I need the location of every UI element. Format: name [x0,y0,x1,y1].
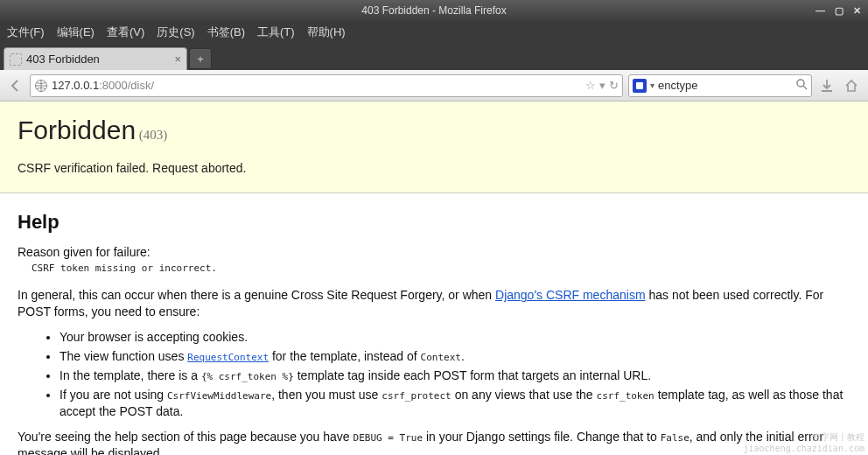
bullet-text: . [461,349,465,363]
bullet-text: The view function uses [60,349,187,363]
csrf-docs-link[interactable]: Django's CSRF mechanism [495,288,646,302]
list-item: The view function uses RequestContext fo… [60,348,850,365]
new-tab-button[interactable]: + [189,48,212,69]
close-window-button[interactable]: ✕ [851,5,863,17]
maximize-button[interactable]: ▢ [833,5,844,17]
page-icon [10,53,22,66]
checklist: Your browser is accepting cookies. The v… [60,329,850,419]
bullet-text: Your browser is accepting cookies. [60,330,248,344]
requestcontext-link[interactable]: RequestContext [187,352,269,363]
window-title: 403 Forbidden - Mozilla Firefox [361,4,506,17]
menu-history[interactable]: 历史(S) [157,24,194,40]
back-button[interactable] [7,77,24,94]
list-item: Your browser is accepting cookies. [60,329,850,346]
menu-view[interactable]: 查看(V) [107,24,144,40]
code-csrf-protect: csrf_protect [382,390,451,402]
search-bar[interactable]: ▾ enctype [628,74,812,97]
menu-help[interactable]: 帮助(H) [307,24,346,40]
bullet-text: template tag inside each POST form that … [294,368,651,382]
menu-bookmarks[interactable]: 书签(B) [207,24,245,40]
bullet-text: , then you must use [271,388,382,402]
code-middleware: CsrfViewMiddleware [167,390,271,402]
tab-bar: 403 Forbidden × + [0,44,868,70]
reason-label: Reason given for failure: [18,244,850,261]
bullet-text: for the template, instead of [269,349,421,363]
nav-toolbar: 127.0.0.1:8000/disk/ ☆ ▾ ↻ ▾ enctype [0,70,868,102]
error-code: (403) [139,128,168,142]
menu-edit[interactable]: 编辑(E) [57,24,94,40]
search-engine-icon[interactable] [633,79,647,93]
url-text: 127.0.0.1:8000/disk/ [52,79,582,92]
page-content: Forbidden (403) CSRF verification failed… [0,102,868,455]
code-context: Context [421,352,461,363]
bullet-text: on any views that use the [452,388,597,402]
intro-paragraph: In general, this can occur when there is… [18,287,850,320]
code-csrf-token: csrf_token [597,390,654,402]
url-bar[interactable]: 127.0.0.1:8000/disk/ ☆ ▾ ↻ [30,74,623,97]
search-icon[interactable] [795,78,808,93]
error-summary: Forbidden (403) CSRF verification failed… [0,102,868,193]
bullet-text: In the template, there is a [60,368,201,382]
home-icon[interactable] [842,76,861,95]
svg-point-1 [797,80,804,87]
debug-paragraph: You're seeing the help section of this p… [18,429,850,455]
intro-pre: In general, this can occur when there is… [18,288,495,302]
error-heading: Forbidden [18,116,136,144]
error-subhead: CSRF verification failed. Request aborte… [18,161,850,175]
svg-line-2 [803,86,807,89]
bookmark-star-icon[interactable]: ☆ [585,79,596,92]
code-debug-true: DEBUG = True [354,432,423,444]
url-history-dropdown-icon[interactable]: ▾ [599,79,606,92]
reason-text: CSRF token missing or incorrect. [32,262,850,276]
debug-pre: You're seeing the help section of this p… [18,430,354,444]
url-host: 127.0.0.1 [52,79,99,92]
search-input[interactable]: enctype [658,79,792,92]
bullet-text: If you are not using [60,388,167,402]
help-heading: Help [18,209,850,235]
code-false: False [661,432,690,444]
url-path: :8000/disk/ [99,79,154,92]
browser-tab[interactable]: 403 Forbidden × [4,47,187,70]
globe-icon [34,79,48,93]
menu-file[interactable]: 文件(F) [7,24,45,40]
tab-title: 403 Forbidden [26,52,100,66]
menu-tools[interactable]: 工具(T) [257,24,295,40]
debug-mid: in your Django settings file. Change tha… [423,430,661,444]
list-item: In the template, there is a {% csrf_toke… [60,368,850,384]
close-tab-button[interactable]: × [174,52,181,66]
list-item: If you are not using CsrfViewMiddleware,… [60,387,850,420]
help-section: Help Reason given for failure: CSRF toke… [0,193,868,455]
minimize-button[interactable]: — [815,5,826,17]
reload-icon[interactable]: ↻ [609,79,619,92]
menu-bar: 文件(F) 编辑(E) 查看(V) 历史(S) 书签(B) 工具(T) 帮助(H… [0,21,868,44]
window-titlebar: 403 Forbidden - Mozilla Firefox — ▢ ✕ [0,0,868,21]
code-csrf-tag: {% csrf_token %} [201,371,294,382]
downloads-icon[interactable] [817,76,836,95]
search-engine-dropdown-icon[interactable]: ▾ [650,80,654,90]
